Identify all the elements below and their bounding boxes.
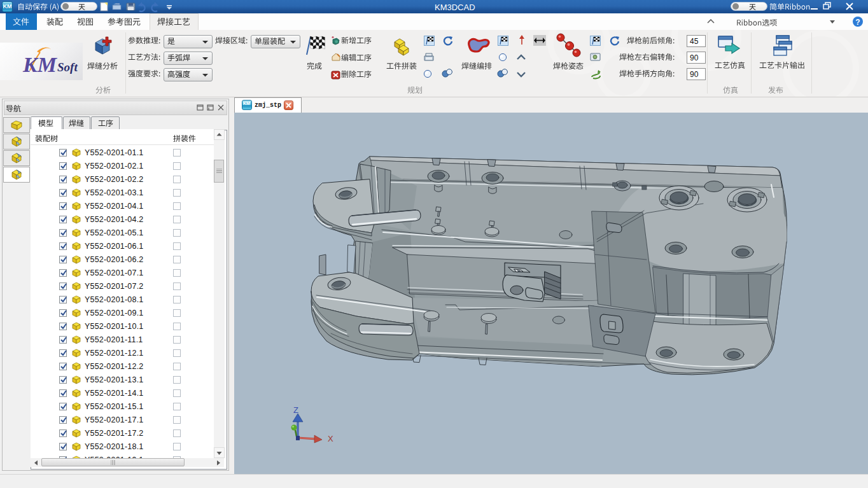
svg-text:X: X xyxy=(328,434,333,443)
svg-text:Z: Z xyxy=(293,405,298,415)
